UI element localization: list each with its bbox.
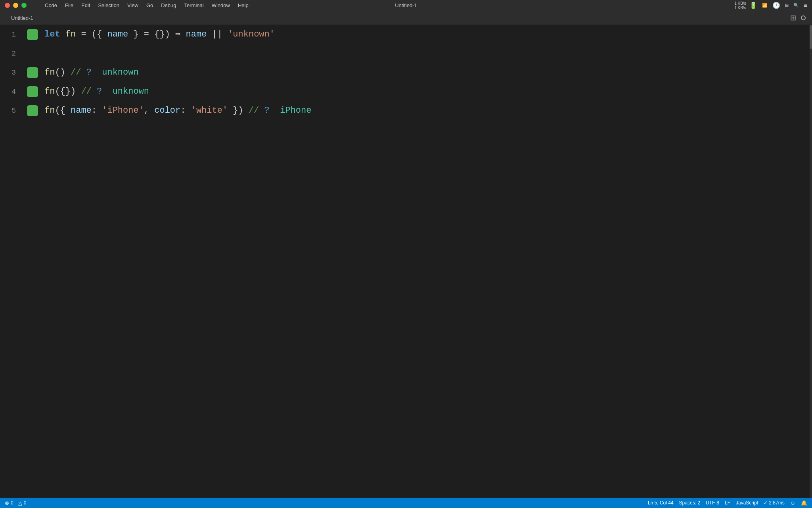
line-number-1: 1 — [0, 25, 24, 44]
editor-line-5[interactable]: 5 fn({ name: 'iPhone', color: 'white' })… — [0, 101, 810, 120]
split-editor-icon[interactable]: ⊞ — [790, 13, 796, 22]
encoding[interactable]: UTF-8 — [706, 500, 719, 506]
system-icons: 🔋 📶 🕐 ⊞ 🔍 ≡ — [749, 2, 807, 9]
scrollbar-thumb[interactable] — [810, 25, 812, 49]
editor-line-1[interactable]: 1 let fn = ({ name } = {}) ⇒ name || 'un… — [0, 25, 810, 44]
no-breakpoint-2 — [27, 48, 38, 59]
menu-code[interactable]: Code — [41, 2, 61, 9]
menu-file[interactable]: File — [61, 2, 77, 9]
breakpoint-3[interactable] — [27, 67, 38, 78]
editor-tab[interactable]: Untitled-1 — [6, 13, 38, 23]
indentation[interactable]: Spaces: 2 — [679, 500, 700, 506]
tabbar: Untitled-1 ⊞ — [0, 11, 812, 25]
apple-menu[interactable] — [33, 5, 41, 6]
clock-icon: 🕐 — [772, 2, 780, 9]
menu-selection[interactable]: Selection — [94, 2, 123, 9]
battery-icon: 🔋 — [749, 2, 757, 9]
status-right: Ln 5, Col 44 Spaces: 2 UTF-8 LF JavaScri… — [648, 500, 807, 506]
line-code-1: let fn = ({ name } = {}) ⇒ name || 'unkn… — [40, 25, 275, 44]
menu-view[interactable]: View — [123, 2, 142, 9]
dirty-indicator — [801, 15, 806, 20]
quokka-status[interactable]: ✓ 2.87ms — [764, 500, 785, 506]
error-icon: ⊗ — [5, 500, 9, 506]
network-speed: 1 KB/s 1 KB/s — [734, 1, 746, 10]
status-left: ⊗ 0 △ 0 — [5, 500, 26, 506]
error-count[interactable]: ⊗ 0 △ 0 — [5, 500, 26, 506]
titlebar: Code File Edit Selection View Go Debug T… — [0, 0, 812, 11]
maximize-button[interactable] — [21, 3, 27, 8]
menu-terminal[interactable]: Terminal — [180, 2, 208, 9]
line-number-2: 2 — [0, 44, 24, 63]
menu-edit[interactable]: Edit — [77, 2, 94, 9]
menu-help[interactable]: Help — [234, 2, 253, 9]
menu-window[interactable]: Window — [208, 2, 234, 9]
line-number-5: 5 — [0, 101, 24, 120]
spotlight-icon: 🔍 — [793, 3, 799, 8]
line-code-4: fn({}) // ? unknown — [40, 82, 149, 101]
editor-line-4[interactable]: 4 fn({}) // ? unknown — [0, 82, 810, 101]
tab-label: Untitled-1 — [11, 15, 33, 21]
breakpoint-5[interactable] — [27, 105, 38, 116]
breakpoint-1[interactable] — [27, 29, 38, 40]
statusbar: ⊗ 0 △ 0 Ln 5, Col 44 Spaces: 2 UTF-8 LF … — [0, 498, 812, 508]
editor-line-3[interactable]: 3 fn() // ? unknown — [0, 63, 810, 82]
editor-scrollbar[interactable] — [810, 25, 812, 498]
smiley-icon: ☺ — [790, 500, 795, 506]
menu-go[interactable]: Go — [142, 2, 157, 9]
language-mode[interactable]: JavaScript — [736, 500, 758, 506]
line-code-5: fn({ name: 'iPhone', color: 'white' }) /… — [40, 101, 311, 120]
control-center-icon: ⊞ — [785, 3, 789, 8]
menu-bar: Code File Edit Selection View Go Debug T… — [33, 2, 734, 9]
minimize-button[interactable] — [13, 3, 18, 8]
titlebar-right: 1 KB/s 1 KB/s 🔋 📶 🕐 ⊞ 🔍 ≡ — [734, 1, 807, 10]
line-number-4: 4 — [0, 82, 24, 101]
line-code-3: fn() // ? unknown — [40, 63, 139, 82]
editor-empty-area[interactable] — [0, 120, 810, 498]
error-number: 0 — [11, 500, 13, 506]
cursor-position[interactable]: Ln 5, Col 44 — [648, 500, 674, 506]
window-controls — [5, 3, 27, 8]
menu-extras-icon: ≡ — [804, 2, 807, 9]
editor-line-2: 2 — [0, 44, 810, 63]
warning-icon: △ — [18, 500, 22, 506]
bell-icon: 🔔 — [801, 500, 807, 506]
close-button[interactable] — [5, 3, 10, 8]
menu-debug[interactable]: Debug — [157, 2, 180, 9]
window-title: Untitled-1 — [395, 2, 417, 8]
editor: 1 let fn = ({ name } = {}) ⇒ name || 'un… — [0, 25, 812, 498]
line-number-3: 3 — [0, 63, 24, 82]
breakpoint-4[interactable] — [27, 86, 38, 97]
warning-number: 0 — [24, 500, 27, 506]
wifi-icon: 📶 — [762, 3, 768, 8]
line-ending[interactable]: LF — [725, 500, 730, 506]
